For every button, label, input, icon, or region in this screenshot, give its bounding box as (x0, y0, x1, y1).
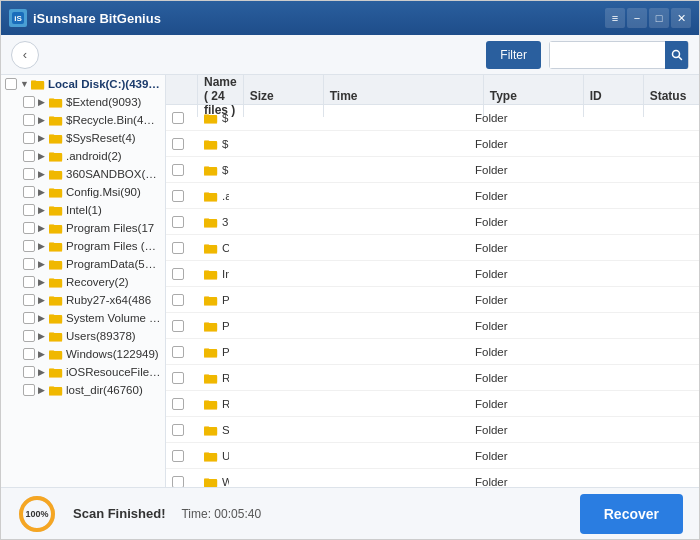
minimize-button[interactable]: − (627, 8, 647, 28)
file-check-6[interactable] (172, 268, 184, 280)
sidebar-item-11[interactable]: ▶ Ruby27-x64(486 (1, 291, 165, 309)
sidebar-item-8[interactable]: ▶ Program Files (x86)(254 (1, 237, 165, 255)
sidebar-check-8[interactable] (23, 240, 35, 252)
sidebar-item-0[interactable]: ▶ $Extend(9093) (1, 93, 165, 111)
file-check-4[interactable] (172, 216, 184, 228)
sidebar-check-13[interactable] (23, 330, 35, 342)
tree-root[interactable]: ▼ Local Disk(C:)(439235) (1, 75, 165, 93)
sidebar-check-11[interactable] (23, 294, 35, 306)
back-button[interactable]: ‹ (11, 41, 39, 69)
file-row-7[interactable]: Program FilesFolder (166, 287, 699, 313)
file-check-5[interactable] (172, 242, 184, 254)
file-row-11[interactable]: Ruby27-x64Folder (166, 391, 699, 417)
search-input[interactable] (550, 42, 665, 68)
file-row-6[interactable]: IntelFolder (166, 261, 699, 287)
sidebar-check-15[interactable] (23, 366, 35, 378)
sidebar-item-15[interactable]: ▶ iOSResouceFile(2) (1, 363, 165, 381)
sidebar-item-9[interactable]: ▶ ProgramData(5992) (1, 255, 165, 273)
file-name-3: .android (198, 183, 229, 208)
file-check-10[interactable] (172, 372, 184, 384)
root-expand-icon[interactable]: ▼ (20, 79, 30, 89)
sidebar-check-14[interactable] (23, 348, 35, 360)
file-time-6 (309, 261, 469, 286)
file-check-12[interactable] (172, 424, 184, 436)
file-row-8[interactable]: Program Files (x86)Folder (166, 313, 699, 339)
file-check-11[interactable] (172, 398, 184, 410)
sidebar-item-13[interactable]: ▶ Users(89378) (1, 327, 165, 345)
root-checkbox[interactable] (5, 78, 17, 90)
file-row-9[interactable]: ProgramDataFolder (166, 339, 699, 365)
file-row-4[interactable]: 360SANDBOXFolder (166, 209, 699, 235)
file-row-12[interactable]: System Volume InformationFolder (166, 417, 699, 443)
file-check-3[interactable] (172, 190, 184, 202)
sidebar-expand-6[interactable]: ▶ (38, 205, 48, 215)
close-button[interactable]: ✕ (671, 8, 691, 28)
search-button[interactable] (665, 41, 688, 69)
sidebar-check-10[interactable] (23, 276, 35, 288)
sidebar-check-12[interactable] (23, 312, 35, 324)
file-check-14[interactable] (172, 476, 184, 488)
file-status-2 (629, 157, 699, 182)
file-check-2[interactable] (172, 164, 184, 176)
filter-button[interactable]: Filter (486, 41, 541, 69)
sidebar-expand-9[interactable]: ▶ (38, 259, 48, 269)
sidebar-item-3[interactable]: ▶ .android(2) (1, 147, 165, 165)
sidebar-item-2[interactable]: ▶ $SysReset(4) (1, 129, 165, 147)
file-row-0[interactable]: $ExtendFolder (166, 105, 699, 131)
sidebar-item-7[interactable]: ▶ Program Files(17 (1, 219, 165, 237)
file-row-14[interactable]: WindowsFolder (166, 469, 699, 487)
file-row-10[interactable]: RecoveryFolder (166, 365, 699, 391)
sidebar-expand-0[interactable]: ▶ (38, 97, 48, 107)
file-check-8[interactable] (172, 320, 184, 332)
file-row-3[interactable]: .androidFolder (166, 183, 699, 209)
sidebar-expand-8[interactable]: ▶ (38, 241, 48, 251)
sidebar-check-2[interactable] (23, 132, 35, 144)
sidebar-check-3[interactable] (23, 150, 35, 162)
svg-rect-45 (49, 315, 62, 323)
file-check-7[interactable] (172, 294, 184, 306)
sidebar-item-5[interactable]: ▶ Config.Msi(90) (1, 183, 165, 201)
sidebar-check-6[interactable] (23, 204, 35, 216)
menu-button[interactable]: ≡ (605, 8, 625, 28)
file-row-5[interactable]: Config.MsiFolder (166, 235, 699, 261)
file-row-2[interactable]: $SysResetFolder (166, 157, 699, 183)
sidebar-item-1[interactable]: ▶ $Recycle.Bin(4934) (1, 111, 165, 129)
file-id-5 (569, 235, 629, 260)
sidebar-expand-12[interactable]: ▶ (38, 313, 48, 323)
sidebar-expand-7[interactable]: ▶ (38, 223, 48, 233)
sidebar-expand-5[interactable]: ▶ (38, 187, 48, 197)
sidebar-expand-10[interactable]: ▶ (38, 277, 48, 287)
sidebar-check-0[interactable] (23, 96, 35, 108)
file-time-2 (309, 157, 469, 182)
sidebar-label-5: Config.Msi(90) (66, 186, 141, 198)
sidebar-expand-14[interactable]: ▶ (38, 349, 48, 359)
sidebar-item-10[interactable]: ▶ Recovery(2) (1, 273, 165, 291)
sidebar-expand-15[interactable]: ▶ (38, 367, 48, 377)
sidebar-expand-4[interactable]: ▶ (38, 169, 48, 179)
sidebar-expand-3[interactable]: ▶ (38, 151, 48, 161)
file-check-9[interactable] (172, 346, 184, 358)
sidebar-check-9[interactable] (23, 258, 35, 270)
file-row-1[interactable]: $Recycle.BinFolder (166, 131, 699, 157)
sidebar-check-4[interactable] (23, 168, 35, 180)
sidebar-check-1[interactable] (23, 114, 35, 126)
file-check-0[interactable] (172, 112, 184, 124)
sidebar-item-14[interactable]: ▶ Windows(122949) (1, 345, 165, 363)
sidebar-check-16[interactable] (23, 384, 35, 396)
sidebar-check-5[interactable] (23, 186, 35, 198)
maximize-button[interactable]: □ (649, 8, 669, 28)
recover-button[interactable]: Recover (580, 494, 683, 534)
sidebar-check-7[interactable] (23, 222, 35, 234)
sidebar-expand-2[interactable]: ▶ (38, 133, 48, 143)
sidebar-item-6[interactable]: ▶ Intel(1) (1, 201, 165, 219)
sidebar-item-16[interactable]: ▶ lost_dir(46760) (1, 381, 165, 399)
sidebar-item-12[interactable]: ▶ System Volume Information(16) (1, 309, 165, 327)
sidebar-item-4[interactable]: ▶ 360SANDBOX(10) (1, 165, 165, 183)
sidebar-expand-11[interactable]: ▶ (38, 295, 48, 305)
file-check-1[interactable] (172, 138, 184, 150)
sidebar-expand-16[interactable]: ▶ (38, 385, 48, 395)
file-check-13[interactable] (172, 450, 184, 462)
sidebar-expand-1[interactable]: ▶ (38, 115, 48, 125)
sidebar-expand-13[interactable]: ▶ (38, 331, 48, 341)
file-row-13[interactable]: UsersFolder (166, 443, 699, 469)
